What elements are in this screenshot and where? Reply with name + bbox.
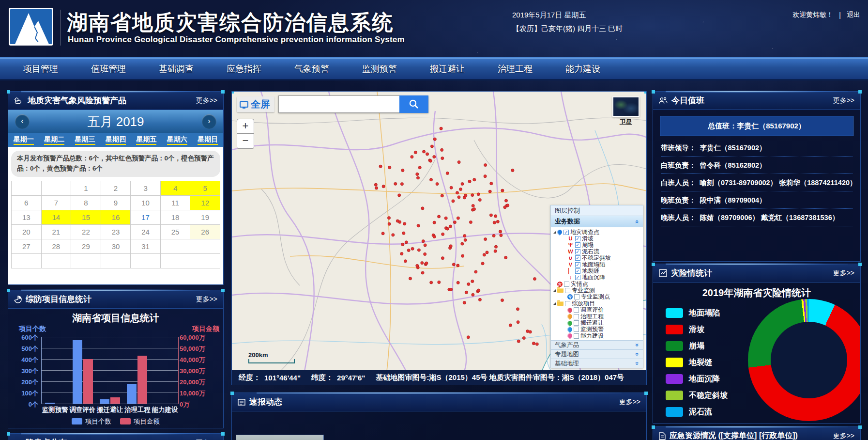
layer-checkbox[interactable] [574, 294, 579, 299]
satellite-thumbnail[interactable] [612, 96, 640, 117]
more-link[interactable]: 更多>> [196, 96, 217, 105]
calendar-day-cell[interactable]: 4 [161, 181, 191, 196]
layer-checkbox[interactable]: ✓ [575, 275, 580, 280]
nav-item[interactable]: 监测预警 [362, 63, 397, 75]
layer-checkbox[interactable]: ✓ [563, 230, 569, 235]
layer-checkbox[interactable] [574, 320, 579, 326]
layer-checkbox[interactable]: ✓ [575, 236, 580, 241]
layer-checkbox[interactable] [565, 288, 570, 293]
calendar-day-cell[interactable]: 13 [12, 210, 42, 225]
calendar-day-cell[interactable] [161, 254, 191, 268]
calendar-day-cell[interactable]: 18 [161, 210, 191, 225]
map-container[interactable]: 全屏 + − 卫星 图层控制 业务数据 « ✓地灾调查点U✓滑 [231, 91, 647, 385]
layer-checkbox[interactable]: ✓ [575, 262, 580, 267]
zoom-out-button[interactable]: − [237, 134, 254, 149]
calendar-day-cell[interactable]: 8 [71, 196, 101, 210]
calendar-day-cell[interactable]: 29 [71, 239, 101, 254]
calendar-prev-button[interactable]: ‹ [15, 114, 30, 129]
calendar-day-cell[interactable] [161, 239, 191, 254]
calendar-day-cell[interactable]: 30 [101, 239, 131, 254]
calendar-day-cell[interactable]: 16 [101, 210, 131, 225]
nav-item[interactable]: 应急指挥 [227, 63, 261, 75]
calendar-day-cell[interactable]: 11 [161, 196, 191, 210]
nav-item[interactable]: 搬迁避让 [430, 63, 465, 75]
logout-button[interactable]: 退出 [847, 11, 860, 19]
layer-checkbox[interactable] [564, 282, 569, 287]
nav-item[interactable]: 项目管理 [23, 63, 58, 75]
more-link[interactable]: 更多>> [196, 439, 217, 440]
layer-checkbox[interactable] [574, 314, 579, 319]
calendar-day-cell[interactable]: 7 [42, 196, 72, 210]
layer-tree-item[interactable]: 能力建设 [551, 333, 643, 339]
layer-section-business-data[interactable]: 业务数据 « [551, 216, 643, 227]
document-icon [659, 432, 666, 440]
layer-tree-item[interactable]: 专专业监测点 [551, 294, 643, 300]
calendar-day-cell[interactable]: 19 [190, 210, 220, 225]
calendar-day-cell[interactable] [42, 181, 72, 196]
calendar-day-cell[interactable] [101, 254, 131, 268]
fullscreen-button[interactable]: 全屏 [237, 96, 274, 112]
report-photo[interactable] [236, 435, 324, 440]
more-link[interactable]: 更多>> [833, 96, 854, 105]
calendar-day-cell[interactable]: 9 [101, 196, 131, 210]
layer-checkbox[interactable]: ✓ [575, 242, 580, 248]
layer-checkbox[interactable] [574, 307, 579, 313]
calendar-day-cell[interactable]: 21 [42, 225, 72, 239]
calendar-day-cell[interactable] [190, 239, 220, 254]
map-search-button[interactable] [399, 95, 428, 113]
calendar-day-cell[interactable]: 1 [71, 181, 101, 196]
more-link[interactable]: 更多>> [196, 295, 217, 304]
calendar-day-cell[interactable] [71, 254, 101, 268]
more-link[interactable]: 更多>> [833, 269, 854, 278]
layer-section-collapsed[interactable]: 专题地图» [551, 349, 643, 359]
calendar-day-cell[interactable]: 22 [71, 225, 101, 239]
layer-section-collapsed[interactable]: 气象产品» [551, 340, 643, 349]
calendar-day-cell[interactable]: 24 [131, 225, 161, 239]
zoom-in-button[interactable]: + [237, 119, 254, 134]
calendar-day-cell[interactable]: 15 [71, 210, 101, 225]
layer-checkbox[interactable]: ✓ [575, 255, 580, 261]
nav-item[interactable]: 治理工程 [498, 63, 533, 75]
calendar-day-cell[interactable]: 26 [190, 225, 220, 239]
layer-checkbox[interactable] [574, 327, 579, 332]
nav-item[interactable]: 能力建设 [565, 63, 600, 75]
calendar-day-cell[interactable]: 3 [131, 181, 161, 196]
calendar-day-cell[interactable]: 28 [42, 239, 72, 254]
layer-checkbox[interactable]: ✓ [575, 268, 580, 274]
calendar-day-cell[interactable] [131, 254, 161, 268]
calendar-day-cell[interactable]: 23 [101, 225, 131, 239]
calendar-day-cell[interactable] [42, 254, 72, 268]
layer-tree-item[interactable]: 灾灾情点 [551, 281, 643, 287]
calendar-day-cell[interactable] [190, 254, 220, 268]
layer-tree-item[interactable]: ✓地灾调查点 [551, 229, 643, 235]
layer-tree-item[interactable]: ↓✓地面沉降 [551, 274, 643, 281]
nav-item[interactable]: 基础调查 [159, 63, 194, 75]
calendar-day-cell[interactable]: 31 [131, 239, 161, 254]
calendar-day-cell[interactable]: 10 [131, 196, 161, 210]
calendar-day-cell[interactable] [12, 254, 42, 268]
layer-tree-item[interactable]: U✓滑坡 [551, 236, 643, 242]
more-link[interactable]: 更多>> [833, 432, 854, 440]
calendar-day-cell[interactable]: 20 [12, 225, 42, 239]
calendar-day-cell[interactable]: 14 [42, 210, 72, 225]
nav-item[interactable]: 气象预警 [294, 63, 329, 75]
calendar-day-cell[interactable]: 12 [190, 196, 220, 210]
layer-section-collapsed[interactable]: 基础地理» [551, 359, 643, 368]
calendar-day-cell[interactable]: 6 [12, 196, 42, 210]
layer-checkbox[interactable] [565, 301, 570, 306]
layer-checkbox[interactable]: ✓ [575, 249, 580, 254]
calendar-day-cell[interactable]: 25 [161, 225, 191, 239]
app-header: 湖南省地质灾害综合防治信息系统 Hunan Province Geologica… [0, 0, 868, 57]
calendar-day-cell[interactable]: 17 [131, 210, 161, 225]
more-link[interactable]: 更多>> [619, 398, 640, 407]
calendar-day-cell[interactable]: 5 [190, 181, 220, 196]
calendar-day-cell[interactable] [12, 181, 42, 196]
map-search-input[interactable] [278, 95, 399, 113]
nav-item[interactable]: 值班管理 [91, 63, 126, 75]
basemap-switcher[interactable]: 卫星 [612, 96, 640, 126]
layer-checkbox[interactable] [574, 333, 579, 339]
calendar-day-cell[interactable]: 2 [101, 181, 131, 196]
calendar-next-button[interactable]: › [202, 114, 216, 129]
calendar-day-cell[interactable]: 27 [12, 239, 42, 254]
bar-项目金额 [110, 397, 120, 404]
